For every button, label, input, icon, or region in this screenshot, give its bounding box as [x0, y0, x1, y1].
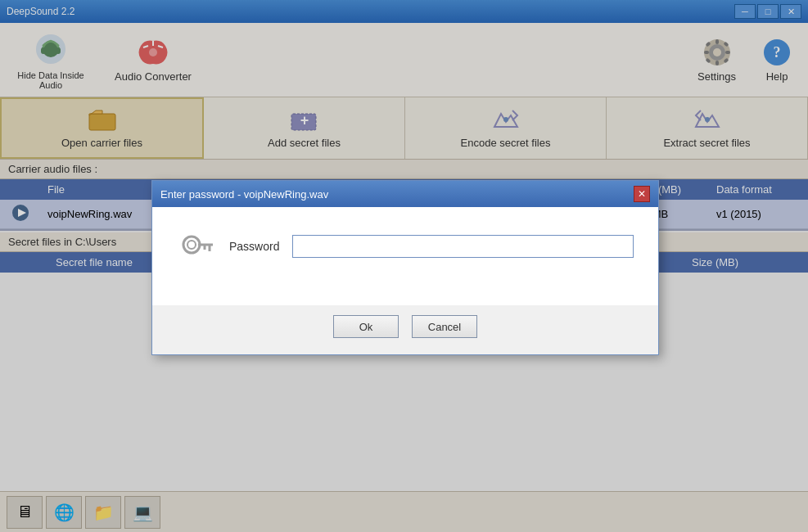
svg-point-25: [183, 237, 200, 253]
dialog-titlebar: Enter password - voipNewRing.wav ✕: [152, 181, 658, 207]
dialog-buttons: Ok Cancel: [152, 305, 658, 354]
svg-point-26: [187, 241, 196, 249]
dialog-overlay: Enter password - voipNewRing.wav ✕ Passw…: [0, 0, 808, 532]
dialog-cancel-button[interactable]: Cancel: [412, 315, 477, 338]
password-dialog: Enter password - voipNewRing.wav ✕ Passw…: [151, 180, 659, 355]
dialog-body: Password: [152, 207, 658, 305]
dialog-close-button[interactable]: ✕: [634, 186, 650, 202]
password-label: Password: [229, 240, 279, 253]
dialog-ok-button[interactable]: Ok: [333, 315, 399, 338]
password-input[interactable]: [292, 235, 634, 258]
dialog-row: Password: [177, 227, 634, 266]
dialog-title: Enter password - voipNewRing.wav: [160, 188, 328, 201]
key-icon: [177, 227, 216, 266]
